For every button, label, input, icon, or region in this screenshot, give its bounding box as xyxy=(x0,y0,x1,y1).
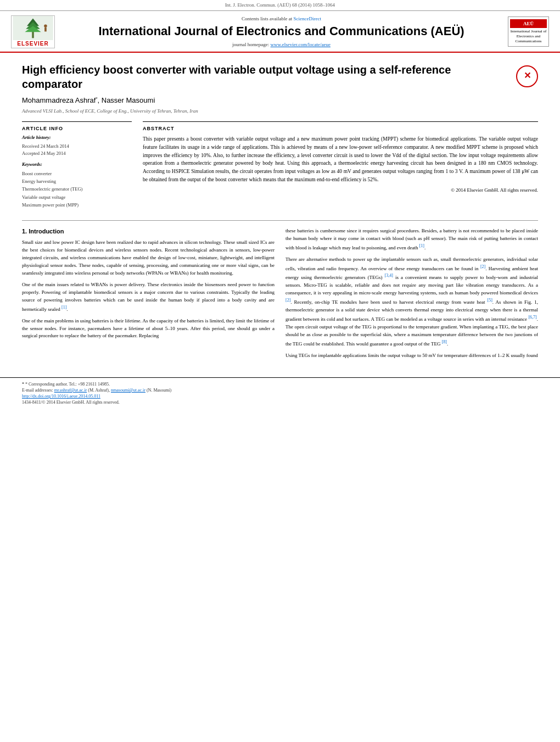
logo-top: AEÜ xyxy=(510,19,547,29)
journal-title-main: International Journal of Electronics and… xyxy=(63,24,500,38)
keyword-2: Energy harvesting xyxy=(22,177,132,185)
footnote-star-line: * * Corresponding author. Tel.: +98 2161… xyxy=(22,381,538,387)
body-columns: 1. Introduction Small size and low power… xyxy=(22,227,538,364)
homepage-link[interactable]: www.elsevier.com/locate/aeue xyxy=(271,42,331,47)
ref-6-7[interactable]: [6,7] xyxy=(528,315,536,320)
logo-body: International Journal of Electronics and… xyxy=(510,29,547,44)
keyword-5: Maximum power point (MPP) xyxy=(22,201,132,209)
ref-8[interactable]: [8] xyxy=(442,339,447,344)
author-sup-star: * xyxy=(96,96,97,101)
issn-line: 1434-8411/© 2014 Elsevier GmbH. All righ… xyxy=(22,399,538,405)
article-info-label: ARTICLE INFO xyxy=(22,125,132,132)
intro-para-4: these batteries is cumbersome since it r… xyxy=(285,227,538,252)
svg-point-5 xyxy=(44,24,47,27)
ref-2b[interactable]: [2] xyxy=(285,298,290,303)
email-link-2[interactable]: nmasoumi@ut.ac.ir xyxy=(111,388,145,393)
content-area: High efficiency boost converter with var… xyxy=(0,53,560,372)
body-col-right: these batteries is cumbersome since it r… xyxy=(285,227,538,364)
ref-3-4[interactable]: [3,4] xyxy=(385,273,393,278)
svg-rect-6 xyxy=(44,27,47,31)
doi-link[interactable]: http://dx.doi.org/10.1016/j.aeue.2014.05… xyxy=(22,394,100,399)
article-history-title: Article history: xyxy=(22,135,132,141)
intro-heading: 1. Introduction xyxy=(22,227,275,236)
journal-homepage: journal homepage: www.elsevier.com/locat… xyxy=(63,41,500,48)
svg-rect-1 xyxy=(32,31,34,38)
crossmark-badge: ✕ xyxy=(516,65,538,87)
intro-para-5: There are alternative methods to power u… xyxy=(285,256,538,348)
received-date: Received 24 March 2014 xyxy=(22,143,132,150)
authors: Mohammadreza Ashraf*, Nasser Masoumi xyxy=(22,96,538,106)
page: Int. J. Electron. Commun. (AEÜ) 68 (2014… xyxy=(0,0,560,742)
ref-5[interactable]: [5] xyxy=(488,298,492,303)
accepted-date: Accepted 24 May 2014 xyxy=(22,150,132,157)
article-info-col: ARTICLE INFO Article history: Received 2… xyxy=(22,121,132,214)
keywords-list: Boost converter Energy harvesting Thermo… xyxy=(22,170,132,209)
journal-logo-right: AEÜ International Journal of Electronics… xyxy=(508,16,549,47)
keyword-3: Thermoelectric generator (TEG) xyxy=(22,185,132,193)
intro-para-1: Small size and low power IC design have … xyxy=(22,239,275,277)
meta-text: Int. J. Electron. Commun. (AEÜ) 68 (2014… xyxy=(225,2,335,8)
journal-title-block: Contents lists available at ScienceDirec… xyxy=(55,15,508,48)
abstract-section: ABSTRACT This paper presents a boost con… xyxy=(143,121,538,194)
affiliation: Advanced VLSI Lab., School of ECE, Colle… xyxy=(22,108,538,115)
doi-line: http://dx.doi.org/10.1016/j.aeue.2014.05… xyxy=(22,393,538,399)
elsevier-wordmark: ELSEVIER xyxy=(17,40,48,48)
keywords-label: Keywords: xyxy=(22,161,132,168)
email-line: E-mail addresses: mr.ashraf@ut.ac.ir (M.… xyxy=(22,387,538,393)
contents-line: Contents lists available at ScienceDirec… xyxy=(63,15,500,23)
intro-para-3: One of the main problems in using batter… xyxy=(22,317,275,341)
ref-1b[interactable]: [1] xyxy=(419,243,424,248)
logo-body-text: International Journal of Electronics and… xyxy=(511,29,547,43)
article-history-section: Article history: Received 24 March 2014 … xyxy=(22,135,132,157)
footnote-text: * Corresponding author. Tel.: +98 21611 … xyxy=(25,382,110,387)
page-footer: * * Corresponding author. Tel.: +98 2161… xyxy=(0,377,560,409)
journal-header: ELSEVIER Contents lists available at Sci… xyxy=(0,11,560,53)
intro-para-6: Using TEGs for implantable applications … xyxy=(285,352,538,360)
article-title-row: High efficiency boost converter with var… xyxy=(22,63,538,91)
elsevier-logo: ELSEVIER xyxy=(11,15,55,48)
sciencedirect-link[interactable]: ScienceDirect xyxy=(294,16,321,21)
keyword-4: Variable output voltage xyxy=(22,193,132,201)
abstract-text: This paper presents a boost converter wi… xyxy=(143,135,538,183)
ref-2a[interactable]: [2] xyxy=(480,264,485,269)
body-col-left: 1. Introduction Small size and low power… xyxy=(22,227,275,364)
crossmark-icon: ✕ xyxy=(524,70,531,82)
abstract-copyright: © 2014 Elsevier GmbH. All rights reserve… xyxy=(143,187,538,194)
intro-para-2: One of the main issues related to WBANs … xyxy=(22,281,275,314)
email-link-1[interactable]: mr.ashraf@ut.ac.ir xyxy=(54,388,87,393)
keywords-section: Keywords: Boost converter Energy harvest… xyxy=(22,161,132,209)
article-meta-bar: Int. J. Electron. Commun. (AEÜ) 68 (2014… xyxy=(0,0,560,11)
article-info-box: ARTICLE INFO Article history: Received 2… xyxy=(22,121,132,209)
abstract-label: ABSTRACT xyxy=(143,125,538,132)
section-divider xyxy=(22,220,538,221)
article-title: High efficiency boost converter with var… xyxy=(22,63,516,91)
abstract-col: ABSTRACT This paper presents a boost con… xyxy=(143,121,538,214)
keyword-1: Boost converter xyxy=(22,170,132,177)
ref-1a[interactable]: [1] xyxy=(61,305,66,310)
article-info-abstract-row: ARTICLE INFO Article history: Received 2… xyxy=(22,121,538,214)
